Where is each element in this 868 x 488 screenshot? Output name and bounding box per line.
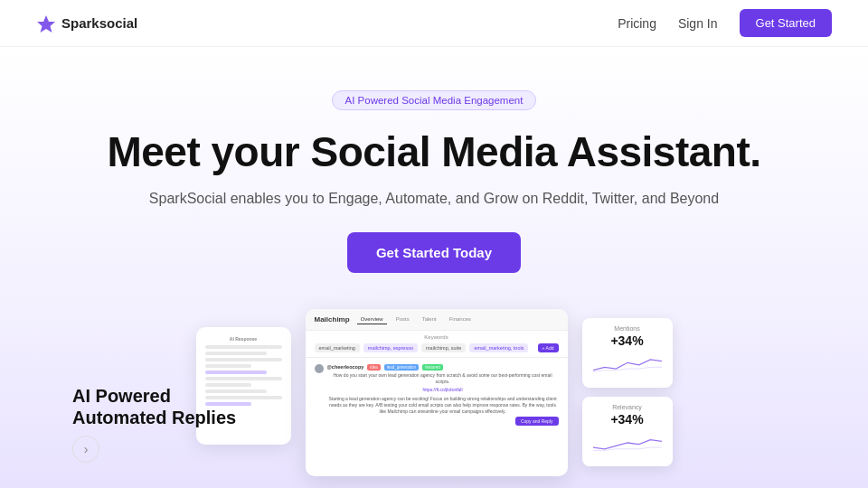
tab-finances[interactable]: Finances	[446, 314, 475, 324]
signin-link[interactable]: Sign In	[678, 16, 718, 31]
kw-tag: mailchimp, espresso	[363, 343, 418, 352]
nav-links: Pricing Sign In Get Started	[618, 9, 832, 37]
line	[205, 352, 267, 355]
logo-text: Sparksocial	[61, 15, 137, 31]
hero-title: Meet your Social Media Assistant.	[36, 128, 832, 176]
next-arrow[interactable]: ›	[72, 436, 99, 463]
mailchimp-logo: Mailchimp	[315, 315, 350, 324]
ai-response-header: AI Response	[205, 336, 282, 342]
logo: Sparksocial	[36, 14, 137, 33]
hero-cta-button[interactable]: Get Started Today	[347, 232, 521, 273]
screenshots-area: AI Response Mailchimp Overview Posts Tal…	[36, 309, 832, 488]
ai-badge: AI Powered Social Media Engagement	[332, 90, 537, 110]
navbar: Sparksocial Pricing Sign In Get Started	[0, 0, 868, 47]
hero-section: AI Powered Social Media Engagement Meet …	[0, 47, 868, 488]
post-tag-lead: lead_generation	[384, 364, 419, 371]
mentions-card: Mentions +34%	[582, 318, 673, 388]
avatar	[315, 364, 324, 373]
post-header: @cheerleocopy idea lead_generation featu…	[327, 364, 559, 371]
tab-overview[interactable]: Overview	[357, 314, 387, 324]
kw-tag: email_marketing, tools	[469, 343, 528, 352]
keyword-row: email_marketing mailchimp, espresso mail…	[306, 342, 568, 354]
copy-reply-btn[interactable]: Copy and Reply	[515, 417, 559, 426]
relevancy-value: +34%	[593, 412, 662, 427]
line	[205, 358, 282, 361]
post-username: @cheerleocopy	[327, 364, 364, 370]
add-keyword-btn[interactable]: + Add	[538, 343, 559, 352]
tab-talent[interactable]: Talent	[419, 314, 440, 324]
ai-powered-line1: AI Powered	[72, 385, 236, 407]
post-content: @cheerleocopy idea lead_generation featu…	[327, 364, 559, 426]
relevancy-chart	[593, 430, 662, 455]
mailchimp-tabs: Overview Posts Talent Finances	[357, 314, 475, 324]
post-url: https://ft.co/jkdonfall	[327, 387, 559, 392]
line	[205, 377, 282, 380]
post-text: How do you start your own lead generatio…	[327, 372, 559, 385]
tab-posts[interactable]: Posts	[392, 314, 413, 324]
mailchimp-header: Mailchimp Overview Posts Talent Finances	[306, 309, 568, 331]
divider	[306, 357, 568, 358]
svg-marker-0	[37, 15, 55, 33]
line	[205, 364, 251, 368]
get-started-nav-button[interactable]: Get Started	[740, 9, 832, 37]
mailchimp-panel: Mailchimp Overview Posts Talent Finances…	[306, 309, 568, 476]
mentions-value: +34%	[593, 333, 662, 348]
relevancy-label: Relevancy	[593, 404, 662, 410]
ai-powered-overlay: AI Powered Automated Replies ›	[72, 385, 236, 463]
mentions-label: Mentions	[593, 325, 662, 332]
post-tag-feature: featured	[422, 364, 443, 371]
mentions-chart	[593, 352, 662, 377]
keywords-label: Keywords	[306, 331, 568, 342]
kw-tag: email_marketing	[315, 343, 360, 352]
post-item: @cheerleocopy idea lead_generation featu…	[306, 361, 568, 429]
logo-icon	[36, 14, 56, 33]
ai-powered-line2: Automated Replies	[72, 407, 236, 428]
post-body: Starting a lead generation agency can be…	[327, 396, 559, 415]
pricing-link[interactable]: Pricing	[618, 16, 656, 31]
post-tag: idea	[367, 364, 381, 371]
line	[205, 345, 282, 349]
hero-subtitle: SparkSocial enables you to Engage, Autom…	[36, 191, 832, 207]
relevancy-card: Relevancy +34%	[582, 397, 673, 466]
stat-cards: Mentions +34% Relevancy +34%	[582, 318, 673, 466]
line	[205, 371, 267, 374]
kw-tag: mailchimp, suite	[421, 343, 466, 352]
